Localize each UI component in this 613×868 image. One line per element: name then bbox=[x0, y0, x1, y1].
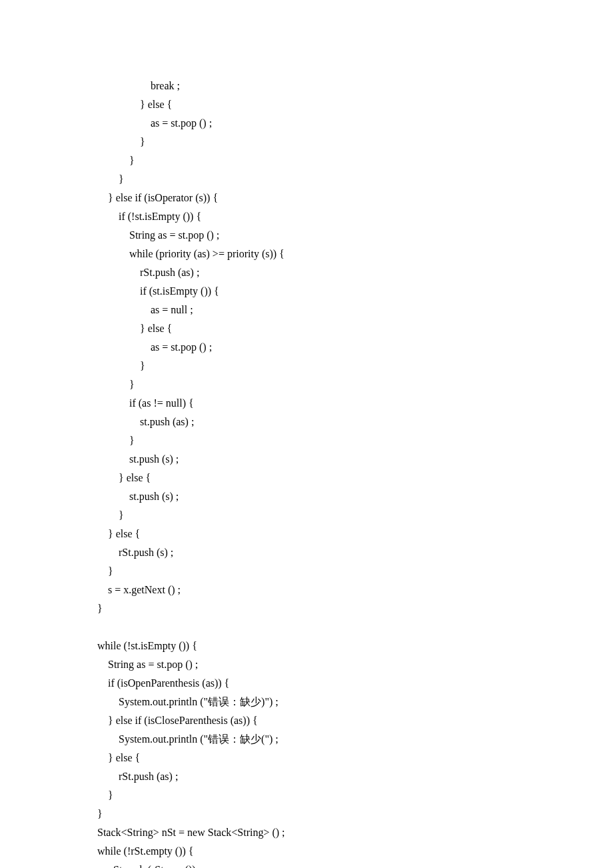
code-line: } else { bbox=[87, 95, 566, 114]
code-line: rSt.push (as) ; bbox=[87, 263, 566, 282]
code-line: } bbox=[87, 786, 566, 805]
code-line: } else { bbox=[87, 525, 566, 543]
code-line: st.push (s) ; bbox=[87, 487, 566, 506]
code-line: st.push (s) ; bbox=[87, 450, 566, 469]
code-line: String as = st.pop () ; bbox=[87, 655, 566, 674]
code-line: if (!st.isEmpty ()) { bbox=[87, 207, 566, 226]
code-line: rSt.push (as) ; bbox=[87, 767, 566, 786]
code-line: } bbox=[87, 151, 566, 170]
code-block: break ; } else { as = st.pop () ; } } } … bbox=[0, 0, 613, 868]
code-line: } bbox=[87, 805, 566, 823]
code-line: } bbox=[87, 506, 566, 525]
code-line: st.push (as) ; bbox=[87, 413, 566, 431]
code-line bbox=[87, 618, 566, 637]
code-line: while (priority (as) >= priority (s)) { bbox=[87, 245, 566, 263]
code-line: } bbox=[87, 357, 566, 375]
code-line: } bbox=[87, 375, 566, 394]
code-line: } else { bbox=[87, 469, 566, 487]
code-line: } bbox=[87, 133, 566, 151]
code-line: Stack<String> nSt = new Stack<String> ()… bbox=[87, 823, 566, 842]
code-line: as = st.pop () ; bbox=[87, 338, 566, 357]
code-line: String as = st.pop () ; bbox=[87, 226, 566, 245]
code-line: break ; bbox=[87, 77, 566, 95]
code-line: } else if (isCloseParenthesis (as)) { bbox=[87, 711, 566, 730]
code-line: } else if (isOperator (s)) { bbox=[87, 189, 566, 207]
code-line: } else { bbox=[87, 749, 566, 767]
code-line: if (isOpenParenthesis (as)) { bbox=[87, 674, 566, 693]
code-line: } bbox=[87, 599, 566, 618]
code-line: as = st.pop () ; bbox=[87, 114, 566, 133]
code-line: rSt.push (s) ; bbox=[87, 543, 566, 562]
code-line: } bbox=[87, 562, 566, 581]
code-line: } else { bbox=[87, 319, 566, 338]
code-line: } bbox=[87, 431, 566, 450]
code-line: s = x.getNext () ; bbox=[87, 581, 566, 599]
code-line: nSt.push (rSt.pop ()) ; bbox=[87, 861, 566, 868]
code-line: while (!st.isEmpty ()) { bbox=[87, 637, 566, 655]
code-line: System.out.println ("错误：缺少(") ; bbox=[87, 730, 566, 749]
code-line: } bbox=[87, 170, 566, 189]
code-line: System.out.println ("错误：缺少)") ; bbox=[87, 693, 566, 711]
code-line: as = null ; bbox=[87, 301, 566, 319]
code-line: if (as != null) { bbox=[87, 394, 566, 413]
code-line: if (st.isEmpty ()) { bbox=[87, 282, 566, 301]
code-line: while (!rSt.empty ()) { bbox=[87, 842, 566, 861]
